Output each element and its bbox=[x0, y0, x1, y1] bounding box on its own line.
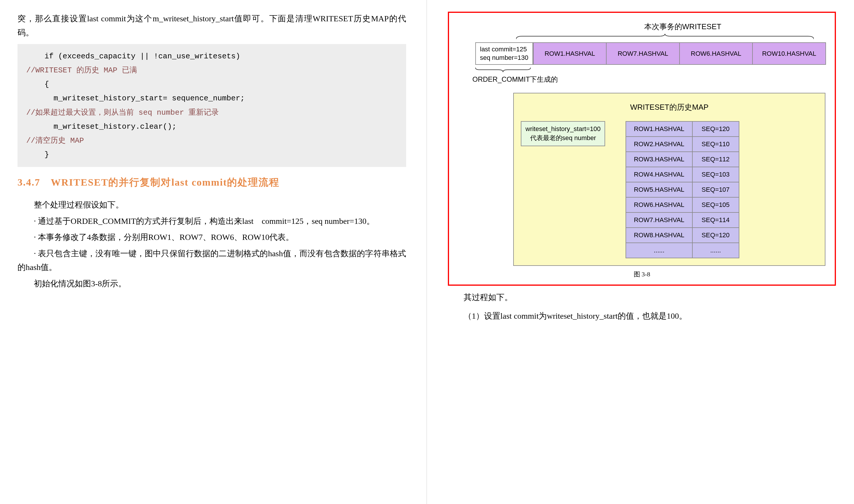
hash-cells: ROW1.HASHVAL ROW7.HASHVAL ROW6.HASHVAL R… bbox=[533, 42, 826, 65]
table-row: ROW1.HASHVALSEQ=120 bbox=[626, 121, 739, 137]
history-start-line1: writeset_history_start=100 bbox=[525, 125, 600, 134]
code-line: } bbox=[26, 150, 49, 159]
hash-cell: ROW10.HASHVAL bbox=[753, 42, 826, 65]
code-line: { bbox=[26, 80, 49, 89]
order-commit-label: ORDER_COMMIT下生成的 bbox=[472, 75, 826, 84]
table-row: ROW7.HASHVALSEQ=114 bbox=[626, 213, 739, 228]
hash-cell: ROW6.HASHVAL bbox=[680, 42, 753, 65]
hash-cell: ROW4.HASHVAL bbox=[626, 167, 692, 182]
code-line: m_writeset_history_start= sequence_numbe… bbox=[26, 94, 245, 103]
table-row: ............ bbox=[626, 243, 739, 258]
writeset-row: last commit=125 seq number=130 ROW1.HASH… bbox=[475, 42, 826, 65]
brace-top-icon bbox=[516, 34, 814, 40]
hash-cell: ...... bbox=[626, 243, 692, 258]
seq-cell: SEQ=112 bbox=[692, 152, 739, 167]
paragraph: 初始化情况如图3-8所示。 bbox=[18, 277, 406, 291]
history-map-title: WRITESET的历史MAP bbox=[521, 102, 818, 112]
seq-cell: SEQ=105 bbox=[692, 197, 739, 213]
hash-cell: ROW5.HASHVAL bbox=[626, 182, 692, 197]
paragraph: 整个处理过程假设如下。 bbox=[18, 198, 406, 212]
code-comment: //WRITESET 的历史 MAP 已满 bbox=[26, 66, 137, 75]
hash-cell: ROW7.HASHVAL bbox=[626, 213, 692, 228]
paragraph: （1）设置last commit为writeset_history_start的… bbox=[447, 309, 836, 323]
seq-cell: SEQ=120 bbox=[692, 121, 739, 137]
paragraph: 其过程如下。 bbox=[447, 290, 836, 304]
table-row: ROW5.HASHVALSEQ=107 bbox=[626, 182, 739, 197]
table-row: ROW3.HASHVALSEQ=112 bbox=[626, 152, 739, 167]
code-line: m_writeset_history.clear(); bbox=[26, 122, 177, 131]
table-row: ROW8.HASHVALSEQ=120 bbox=[626, 228, 739, 243]
bullet-item: · 通过基于ORDER_COMMIT的方式并行复制后，构造出来last comm… bbox=[18, 214, 406, 228]
figure-3-8: 本次事务的WRITESET last commit=125 seq number… bbox=[448, 12, 836, 286]
code-comment: //清空历史 MAP bbox=[26, 136, 84, 145]
section-heading: 3.4.7 WRITESET的并行复制对last commit的处理流程 bbox=[18, 176, 406, 189]
figure-caption: 图 3-8 bbox=[458, 270, 826, 279]
table-row: ROW6.HASHVALSEQ=105 bbox=[626, 197, 739, 213]
code-line: if (exceeds_capacity || !can_use_writese… bbox=[26, 52, 240, 61]
left-page: 突，那么直接设置last commit为这个m_writeset_history… bbox=[0, 0, 427, 504]
table-row: ROW2.HASHVALSEQ=110 bbox=[626, 137, 739, 152]
hash-cell: ROW2.HASHVAL bbox=[626, 137, 692, 152]
table-row: ROW4.HASHVALSEQ=103 bbox=[626, 167, 739, 182]
hash-cell: ROW1.HASHVAL bbox=[626, 121, 692, 137]
history-start-line2: 代表最老的seq number bbox=[525, 134, 600, 143]
hash-cell: ROW8.HASHVAL bbox=[626, 228, 692, 243]
code-comment: //如果超过最大设置，则从当前 seq number 重新记录 bbox=[26, 108, 219, 117]
history-map-box: WRITESET的历史MAP writeset_history_start=10… bbox=[513, 93, 825, 266]
seq-cell: SEQ=103 bbox=[692, 167, 739, 182]
seq-cell: SEQ=114 bbox=[692, 213, 739, 228]
seq-cell: SEQ=120 bbox=[692, 228, 739, 243]
seq-cell: SEQ=110 bbox=[692, 137, 739, 152]
code-block: if (exceeds_capacity || !can_use_writese… bbox=[18, 44, 406, 167]
right-page: 本次事务的WRITESET last commit=125 seq number… bbox=[427, 0, 854, 504]
history-start-box: writeset_history_start=100 代表最老的seq numb… bbox=[521, 121, 605, 146]
bullet-item: · 本事务修改了4条数据，分别用ROW1、ROW7、ROW6、ROW10代表。 bbox=[18, 230, 406, 244]
hash-cell: ROW7.HASHVAL bbox=[606, 42, 680, 65]
seq-cell: SEQ=107 bbox=[692, 182, 739, 197]
hash-cell: ROW3.HASHVAL bbox=[626, 152, 692, 167]
bullet-item: · 表只包含主键，没有唯一键，图中只保留行数据的二进制格式的hash值，而没有包… bbox=[18, 247, 406, 274]
brace-bottom-icon bbox=[475, 67, 531, 72]
diagram-title-top: 本次事务的WRITESET bbox=[540, 22, 826, 32]
hash-cell: ROW1.HASHVAL bbox=[533, 42, 607, 65]
seq-number-value: seq number=130 bbox=[480, 54, 528, 62]
last-commit-value: last commit=125 bbox=[480, 45, 528, 54]
seq-cell: ...... bbox=[692, 243, 739, 258]
hash-cell: ROW6.HASHVAL bbox=[626, 197, 692, 213]
commit-info-box: last commit=125 seq number=130 bbox=[475, 42, 533, 65]
history-map-table: ROW1.HASHVALSEQ=120ROW2.HASHVALSEQ=110RO… bbox=[625, 121, 739, 258]
intro-paragraph: 突，那么直接设置last commit为这个m_writeset_history… bbox=[18, 12, 406, 39]
